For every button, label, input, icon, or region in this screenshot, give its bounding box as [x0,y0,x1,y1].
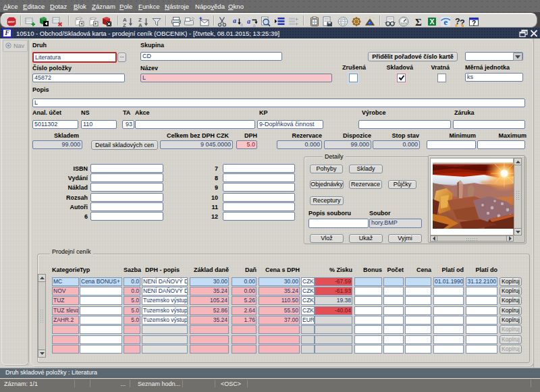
svg-text:a: a [247,18,250,25]
svg-text:Z: Z [123,22,126,28]
svg-text:A: A [138,22,142,28]
svg-text:a: a [253,23,256,28]
svg-text:EXIT: EXIT [8,20,15,24]
svg-text:a: a [240,22,243,27]
svg-text:?: ? [472,20,476,27]
svg-text:Σ: Σ [415,17,422,28]
svg-text:100%: 100% [400,22,407,25]
svg-text:a: a [233,17,236,24]
svg-text:X: X [429,18,434,26]
